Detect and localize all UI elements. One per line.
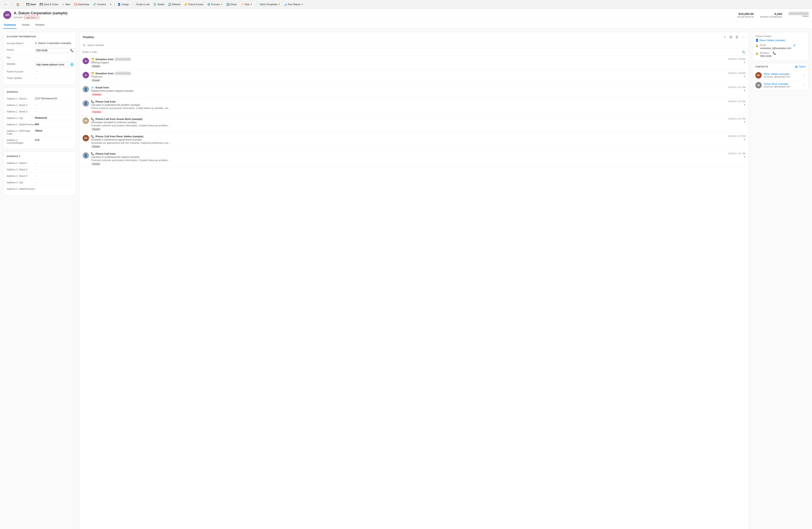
field-street3: Address 1: Street 3 --- — [7, 109, 72, 115]
field-value-fax: --- — [35, 56, 72, 59]
field-value-addr2-state: --- — [35, 187, 72, 190]
expand-icon[interactable]: ▼ — [743, 61, 745, 63]
address1-title: ADDRESS — [7, 91, 72, 93]
home-button[interactable]: 🏠 — [15, 2, 20, 7]
field-value-city: Redmond — [35, 116, 72, 119]
field-value-parent-account: --- — [35, 70, 72, 73]
connect-icon: 🔗 — [93, 3, 96, 6]
flow-button[interactable]: ⚡ Flow ▼ — [239, 2, 254, 7]
field-value-street3: --- — [35, 110, 72, 113]
contact-more-button[interactable]: ⋮ — [802, 83, 806, 87]
timeline-item-subtitle: Schedule a maintenance appointment (samp… — [91, 138, 726, 141]
flow-chevron: ▼ — [250, 3, 252, 5]
status-badge: Overdue — [91, 93, 102, 96]
globe-icon[interactable]: 🌐 — [70, 63, 73, 66]
blurred-name — [115, 58, 131, 60]
timeline-add-button[interactable]: ＋ — [722, 34, 727, 40]
website-field[interactable] — [37, 63, 70, 66]
right-column: Primary Contact 👤 Rene Valdes (sample) 🔒… — [752, 32, 809, 529]
annual-revenue-label: Annual Revenue — [737, 16, 754, 18]
email-action-icon[interactable]: 📧 — [793, 44, 796, 47]
field-label-zip: Address 1: ZIP/Postal Code — [7, 129, 35, 135]
back-button[interactable]: ← — [3, 1, 9, 7]
deactivate-button[interactable]: 🚫 Deactivate — [72, 2, 91, 7]
new-button[interactable]: ＋ New — [60, 2, 72, 7]
assign-button[interactable]: 👤 Assign — [116, 2, 130, 7]
contacts-view-button[interactable] — [795, 65, 798, 68]
timeline-search-input[interactable] — [87, 44, 745, 47]
save-close-button[interactable]: 💾 Save & Close — [38, 2, 60, 7]
timeline-items: JL 🗂️ Donation from Offering Support Clo… — [79, 56, 749, 168]
contact-name[interactable]: Susan Burk (sample) — [764, 82, 800, 85]
contact-name[interactable]: Rene Valdes (sample) — [764, 72, 800, 75]
contact-email: someone_i@example.com — [764, 75, 800, 78]
email-link-button[interactable]: ✉️ Email a Link — [131, 2, 151, 7]
phone-icon[interactable]: 📞 — [70, 49, 73, 52]
website-input[interactable]: 🌐 — [35, 62, 75, 67]
field-label-fax: Fax — [7, 56, 35, 59]
contact-more-button[interactable]: ⋮ — [802, 73, 806, 77]
primary-contact-name[interactable]: 👤 Rene Valdes (sample) — [755, 39, 806, 42]
timeline-avatar: RV — [83, 135, 89, 141]
form-selector[interactable]: main form ▼ — [24, 16, 39, 19]
share-button[interactable]: ↗️ Share — [225, 2, 238, 7]
timeline-sort-button[interactable]: ☰ — [735, 35, 739, 39]
tab-details[interactable]: Details — [21, 21, 30, 29]
save-button[interactable]: 💾 Save — [25, 2, 38, 7]
assign-icon: 👤 — [117, 3, 121, 6]
check-access-button[interactable]: 🔑 Check Access — [183, 2, 205, 7]
record-type: Account — [14, 16, 23, 19]
field-label-parent-account: Parent Account — [7, 70, 35, 73]
record-title: A. Datum Corporation (sample) — [14, 11, 737, 15]
account-info-section: ACCOUNT INFORMATION Account Name* A. Dat… — [3, 32, 76, 85]
timeline-more-button[interactable]: ⋯ — [741, 35, 745, 39]
field-value-addr2-street3: --- — [35, 174, 72, 177]
connect-button[interactable]: 🔗 Connect — [91, 2, 107, 7]
timeline-note-input[interactable] — [83, 51, 741, 54]
expand-icon[interactable]: ▼ — [743, 75, 745, 77]
field-fax: Fax --- — [7, 54, 72, 61]
save-icon: 💾 — [26, 3, 29, 6]
annual-revenue-metric: $10,000.00 Annual Revenue — [737, 12, 754, 18]
avatar: AD — [3, 11, 11, 19]
expand-icon[interactable]: ▼ — [743, 103, 745, 106]
delete-button[interactable]: 🗑️ Delete — [151, 2, 166, 7]
word-templates-button[interactable]: 📄 Word Templates ▼ — [255, 2, 282, 7]
timeline-item-desc: Checked customer and product information… — [91, 124, 172, 127]
expand-icon[interactable]: ▼ — [743, 138, 745, 141]
field-value-street1: 2137 Birchwood Dr — [35, 97, 72, 100]
timeline-item-meta: 4/3/2021 2:07 AM ▼ — [728, 100, 745, 106]
svg-rect-2 — [795, 67, 798, 68]
run-report-button[interactable]: 📊 Run Report ▼ — [282, 2, 305, 7]
phone-field[interactable] — [37, 49, 70, 52]
field-country: Address 1: Country/Region U.S. — [7, 137, 72, 146]
timeline-avatar: 👤 — [83, 86, 89, 92]
toolbar: ← → 🏠 💾 Save 💾 Save & Close ＋ New 🚫 Deac… — [0, 0, 812, 9]
refresh-button[interactable]: 🔄 Refresh — [166, 2, 182, 7]
timeline-actions: ＋ ⊟ ☰ ⋯ — [722, 34, 745, 40]
process-button[interactable]: ⚙️ Process ▼ — [205, 2, 224, 7]
forward-button[interactable]: → — [9, 1, 15, 7]
field-parent-account: Parent Account --- — [7, 69, 72, 75]
phone-action-icon[interactable]: 📞 — [773, 52, 776, 55]
tab-summary[interactable]: Summary — [3, 21, 17, 29]
field-label-addr2-city: Address 2: City — [7, 181, 35, 184]
expand-icon[interactable]: ▼ — [743, 121, 745, 123]
field-label-addr2-street3: Address 2: Street 3 — [7, 174, 35, 177]
expand-icon[interactable]: ▼ — [743, 89, 745, 92]
contacts-select-button[interactable]: Select — [799, 65, 806, 68]
email-icon: 📧 — [91, 86, 94, 89]
timeline-item-title: 🗂️ Donation from — [91, 58, 726, 61]
tab-related[interactable]: Related — [34, 21, 45, 29]
list-item: 👤 📧 Email from Replacement product shipp… — [79, 84, 749, 98]
more-button[interactable]: ▼ — [108, 2, 113, 6]
header-info: A. Datum Corporation (sample) Account ma… — [14, 11, 737, 19]
timeline-item-body: 📞 Phone Call from Susan Burk (sample) In… — [91, 117, 726, 131]
expand-icon[interactable]: ▼ — [743, 156, 745, 158]
timeline-item-desc: Checked customer and product information… — [91, 159, 172, 162]
timeline-filter-button[interactable]: ⊟ — [729, 35, 733, 39]
contacts-header: CONTACTS Select — [752, 63, 809, 70]
phone-input[interactable]: 📞 — [35, 48, 75, 53]
toolbar-separator-1 — [23, 2, 24, 6]
attach-icon[interactable]: 📎 — [741, 50, 745, 54]
